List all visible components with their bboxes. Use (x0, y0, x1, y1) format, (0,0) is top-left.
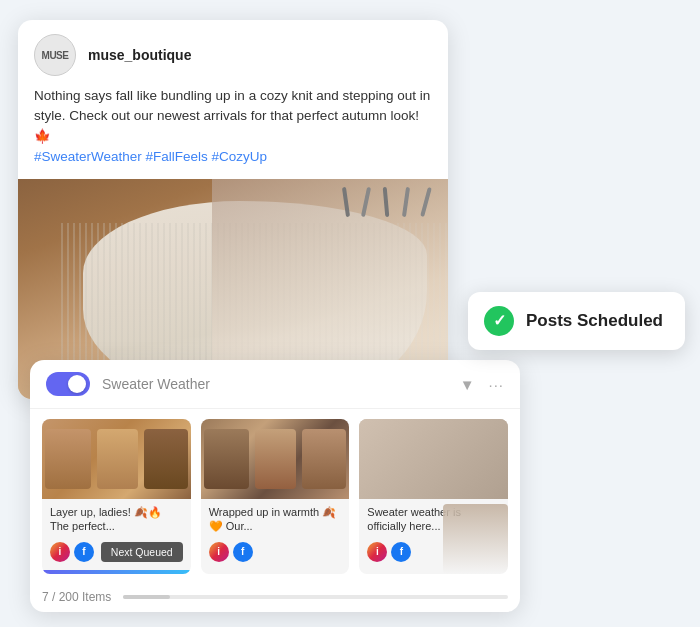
avatar: MUSE (34, 34, 76, 76)
facebook-icon: f (74, 542, 94, 562)
toggle-knob (68, 375, 86, 393)
notification-card: ✓ Posts Scheduled (468, 292, 685, 350)
toggle-switch[interactable] (46, 372, 90, 396)
progress-bar-container (123, 595, 508, 599)
panel-footer: 7 / 200 Items (30, 584, 520, 612)
notification-text: Posts Scheduled (526, 311, 663, 331)
items-count: 7 / 200 Items (42, 590, 111, 604)
more-icon[interactable]: ··· (488, 376, 504, 393)
progress-bar (42, 570, 191, 574)
list-item: Wrapped up in warmth 🍂🧡 Our... i f (201, 419, 350, 574)
next-queued-button[interactable]: Next Queued (101, 542, 183, 562)
queue-thumbnail (201, 419, 350, 499)
facebook-icon: f (391, 542, 411, 562)
post-username: muse_boutique (88, 47, 191, 63)
progress-bar-fill (123, 595, 169, 599)
panel-title: Sweater Weather (102, 376, 448, 392)
queue-caption: Layer up, ladies! 🍂🔥 The perfect... (42, 499, 191, 538)
post-caption: Nothing says fall like bundling up in a … (18, 86, 448, 179)
queue-footer: i f Next Queued (42, 538, 191, 570)
queue-items: Layer up, ladies! 🍂🔥 The perfect... i f … (30, 409, 520, 584)
queue-footer: i f (201, 538, 350, 570)
instagram-icon: i (209, 542, 229, 562)
queue-caption: Wrapped up in warmth 🍂🧡 Our... (201, 499, 350, 538)
bottom-panel: Sweater Weather ▼ ··· Layer up, ladies! … (30, 360, 520, 612)
list-item: Layer up, ladies! 🍂🔥 The perfect... i f … (42, 419, 191, 574)
checkmark: ✓ (493, 313, 506, 329)
panel-icons: ▼ ··· (460, 376, 504, 393)
filter-icon[interactable]: ▼ (460, 376, 475, 393)
instagram-icon: i (50, 542, 70, 562)
list-item: Sweater weather is officially here... i … (359, 419, 508, 574)
post-card: MUSE muse_boutique Nothing says fall lik… (18, 20, 448, 399)
instagram-icon: i (367, 542, 387, 562)
check-circle-icon: ✓ (484, 306, 514, 336)
hashtags: #SweaterWeather #FallFeels #CozyUp (34, 149, 267, 164)
facebook-icon: f (233, 542, 253, 562)
queue-thumbnail (359, 419, 508, 499)
post-header: MUSE muse_boutique (18, 20, 448, 86)
panel-header: Sweater Weather ▼ ··· (30, 360, 520, 409)
queue-thumbnail (42, 419, 191, 499)
